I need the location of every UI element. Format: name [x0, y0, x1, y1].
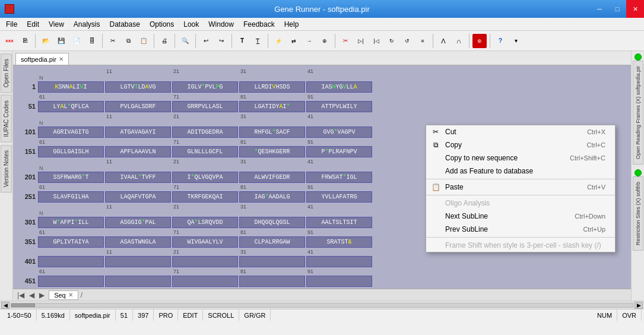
seq-block[interactable]	[239, 256, 305, 267]
seq-block[interactable]	[172, 276, 238, 287]
toolbar-redo[interactable]: ↪	[214, 34, 229, 48]
doc-tab-close[interactable]: ✕	[59, 56, 64, 62]
toolbar-lambda[interactable]: Λ	[436, 34, 451, 48]
seq-block[interactable]: SRATST&	[306, 236, 372, 248]
toolbar-help[interactable]: ?	[493, 34, 507, 48]
seq-block[interactable]: LAQAFVTGPA	[105, 191, 171, 203]
seq-block[interactable]: ALWVIFGEDR	[239, 172, 305, 183]
seq-block[interactable]: IASHYGVLLA	[306, 81, 372, 93]
sequence-display[interactable]: 11 21 31 41 N 1 KSNNALIVI LGTVTLDAVG IGL…	[13, 65, 631, 289]
seq-tab-close[interactable]: ✕	[68, 292, 73, 298]
seq-block[interactable]: P*PLRAFNPV	[306, 146, 372, 157]
toolbar-cycle[interactable]: ↻	[385, 34, 399, 48]
sidebar-tab-version[interactable]: Version Notes	[1, 145, 12, 192]
toolbar-print[interactable]: 📄	[69, 34, 84, 48]
seq-block[interactable]	[105, 276, 171, 287]
toolbar-text[interactable]: T	[235, 34, 249, 48]
seq-block[interactable]: GPLIVTAIYA	[38, 236, 104, 248]
scroll-right[interactable]: ▶	[635, 302, 643, 309]
ctx-prev-subline[interactable]: Prev SubLine Ctrl+Up	[426, 223, 615, 236]
seq-block[interactable]: LGATIDYAI*	[239, 101, 305, 112]
toolbar-cut2[interactable]: ✂	[338, 34, 353, 48]
toolbar-trim2[interactable]: |◁	[369, 34, 383, 48]
seq-nav-first[interactable]: |◀	[15, 291, 26, 299]
seq-block[interactable]: GGLLGAISLH	[38, 146, 104, 157]
seq-block[interactable]: KSNNALIVI	[38, 81, 104, 93]
seq-block[interactable]: SSFRWARG*T	[38, 172, 104, 183]
seq-block[interactable]: ADITDGEDRA	[172, 127, 238, 138]
toolbar-sigma[interactable]: ∩	[452, 34, 466, 48]
toolbar-cut[interactable]: ✂	[106, 34, 120, 48]
seq-block[interactable]: GRRPVLLASL	[172, 101, 238, 112]
ctx-cut[interactable]: ✂ Cut Ctrl+X	[426, 125, 615, 138]
scroll-left[interactable]: ◀	[1, 302, 9, 309]
close-button[interactable]: ✕	[626, 0, 644, 18]
ctx-next-subline[interactable]: Next SubLine Ctrl+Down	[426, 210, 615, 223]
menu-edit[interactable]: Edit	[22, 18, 44, 30]
seq-block[interactable]: *QESHKGERR	[239, 146, 305, 157]
toolbar-search[interactable]: 🔍	[178, 34, 192, 48]
toolbar-trim[interactable]: ▷|	[354, 34, 368, 48]
horizontal-scrollbar[interactable]: ◀ ▶	[0, 301, 644, 309]
toolbar-text2[interactable]: T̲	[250, 34, 265, 48]
seq-block[interactable]: WIVGAALYLV	[172, 236, 238, 248]
seq-blocks-row-1[interactable]: 1 KSNNALIVI LGTVTLDAVG IGLV*PVLPG LLRDIV…	[15, 81, 629, 93]
seq-block[interactable]: GLNLLLGCFL	[172, 146, 238, 157]
sidebar-tab-orf[interactable]: Open Reading Frames (X) softpedia.pir	[633, 61, 643, 165]
menu-database[interactable]: Database	[105, 18, 145, 30]
seq-block[interactable]: LYAL*QFLCA	[38, 101, 104, 112]
seq-block[interactable]: IVAAL*TVFF	[105, 172, 171, 183]
ctx-add-feature[interactable]: Add as Feature to database	[426, 165, 615, 178]
seq-block[interactable]: LLRDIVHSDS	[239, 81, 305, 93]
seq-nav-next[interactable]: ▶	[37, 291, 46, 299]
seq-block[interactable]: AGRIVAGITG	[38, 127, 104, 138]
toolbar-save[interactable]: 💾	[54, 34, 68, 48]
menu-window[interactable]: Window	[204, 18, 239, 30]
toolbar-print2[interactable]: 🖨	[157, 34, 172, 48]
maximize-button[interactable]: □	[608, 0, 626, 18]
sidebar-tab-iupac[interactable]: IUPAC Codes	[1, 95, 12, 143]
seq-block[interactable]: APFLAAAVLN	[105, 146, 171, 157]
seq-block[interactable]: DHQGQLQGSL	[239, 217, 305, 228]
toolbar-open[interactable]: 📂	[39, 34, 53, 48]
seq-block[interactable]: W*AFPI*ILL	[38, 217, 104, 228]
seq-block[interactable]: ATGAVAGAYI	[105, 127, 171, 138]
document-tab[interactable]: softpedia.pir ✕	[15, 53, 69, 65]
seq-block[interactable]	[306, 256, 372, 267]
minimize-button[interactable]: ─	[591, 0, 608, 18]
menu-analysis[interactable]: Analysis	[69, 18, 105, 30]
seq-block[interactable]: AALTSLTSIT	[306, 217, 372, 228]
menu-file[interactable]: File	[1, 18, 22, 30]
menu-options[interactable]: Options	[145, 18, 179, 30]
sidebar-tab-restriction[interactable]: Restriction Sites (X) softfrb	[633, 176, 643, 251]
seq-block[interactable]	[306, 276, 372, 287]
seq-block[interactable]: QA*LSRQVDD	[172, 217, 238, 228]
seq-block[interactable]: IGLV*PVLPG	[172, 81, 238, 93]
menu-feedback[interactable]: Feedback	[239, 18, 280, 30]
seq-block[interactable]: YVLLAFATRG	[306, 191, 372, 203]
seq-block[interactable]: PVLGALSDRF	[105, 101, 171, 112]
seq-block[interactable]	[172, 256, 238, 267]
toolbar-copy-file[interactable]: 🗄	[85, 34, 99, 48]
menu-look[interactable]: Look	[179, 18, 204, 30]
toolbar-paste[interactable]: 📋	[137, 34, 151, 48]
seq-block[interactable]	[239, 276, 305, 287]
seq-block[interactable]: CLPALRRGAW	[239, 236, 305, 248]
toolbar-undo[interactable]: ↩	[199, 34, 213, 48]
sidebar-tab-open-files[interactable]: Open Files	[1, 53, 12, 93]
menu-help[interactable]: Help	[280, 18, 304, 30]
toolbar-dna-icon[interactable]: ⊛	[472, 34, 487, 48]
toolbar-dna1[interactable]: ⚡	[271, 34, 285, 48]
seq-block[interactable]: ASGGIG*PAL	[105, 217, 171, 228]
toolbar-btn1[interactable]: 🖹	[18, 34, 32, 48]
scrollbar-thumb[interactable]	[11, 304, 35, 307]
toolbar-cycle2[interactable]: ↺	[400, 34, 414, 48]
toolbar-dna2[interactable]: ⇄	[287, 34, 301, 48]
toolbar-align[interactable]: ≡	[415, 34, 430, 48]
toolbar-xxx[interactable]: xxx	[2, 34, 17, 48]
seq-block[interactable]: LGTVTLDAVG	[105, 81, 171, 93]
seq-block[interactable]: I*QLVGQVPA	[172, 172, 238, 183]
seq-blocks-row-2[interactable]: 51 LYAL*QFLCA PVLGALSDRF GRRPVLLASL LGAT…	[15, 100, 629, 112]
toolbar-copy[interactable]: ⧉	[121, 34, 135, 48]
ctx-paste[interactable]: 📋 Paste Ctrl+V	[426, 181, 615, 194]
